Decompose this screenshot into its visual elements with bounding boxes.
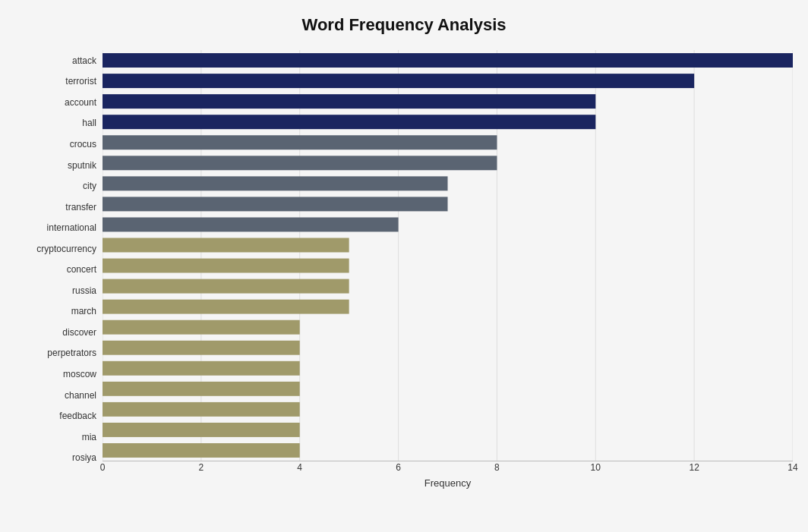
y-axis-label-march: march <box>71 307 96 316</box>
bar-hall <box>103 115 595 129</box>
bar-crocus <box>103 135 497 150</box>
y-axis-label-transfer: transfer <box>65 203 96 212</box>
bar-mia <box>103 423 300 437</box>
y-axis-label-perpetrators: perpetrators <box>47 348 96 357</box>
x-tick-14: 14 <box>787 462 797 473</box>
y-axis-label-feedback: feedback <box>59 411 96 420</box>
x-tick-6: 6 <box>396 462 401 473</box>
y-axis-label-city: city <box>83 181 96 190</box>
bar-terrorist <box>103 74 694 88</box>
chart-svg <box>103 50 793 461</box>
y-axis-label-russia: russia <box>72 286 96 295</box>
chart-container: Word Frequency Analysis attackterrorista… <box>0 0 808 532</box>
y-axis-label-concert: concert <box>67 265 96 274</box>
x-tick-0: 0 <box>100 462 106 473</box>
bar-concert <box>103 259 349 273</box>
bar-rosiya <box>103 443 300 458</box>
bar-transfer <box>103 197 448 211</box>
y-axis-label-discover: discover <box>62 328 96 337</box>
bar-account <box>103 94 595 109</box>
bar-moscow <box>103 361 300 376</box>
y-axis-label-terrorist: terrorist <box>65 77 96 86</box>
y-axis-label-crocus: crocus <box>70 140 96 149</box>
bar-channel <box>103 382 300 396</box>
plot-area <box>103 50 793 461</box>
y-axis-labels: attackterroristaccounthallcrocussputnikc… <box>15 50 103 491</box>
chart-title: Word Frequency Analysis <box>15 8 793 50</box>
x-tick-8: 8 <box>494 462 500 473</box>
bar-feedback <box>103 402 300 417</box>
x-axis-label: Frequency <box>103 477 793 489</box>
x-tick-2: 2 <box>199 462 204 473</box>
bar-cryptocurrency <box>103 238 349 253</box>
y-axis-label-hall: hall <box>82 118 96 127</box>
bar-discover <box>103 320 300 335</box>
bar-perpetrators <box>103 341 300 355</box>
x-tick-10: 10 <box>591 462 601 473</box>
y-axis-label-attack: attack <box>72 56 96 65</box>
y-axis-label-international: international <box>47 223 96 232</box>
y-axis-label-cryptocurrency: cryptocurrency <box>36 244 96 253</box>
bar-march <box>103 300 349 314</box>
y-axis-label-sputnik: sputnik <box>68 161 96 170</box>
y-axis-label-account: account <box>65 98 96 107</box>
bar-sputnik <box>103 156 497 170</box>
bar-attack <box>103 53 793 68</box>
bar-international <box>103 217 399 231</box>
x-tick-4: 4 <box>297 462 302 473</box>
y-axis-label-channel: channel <box>65 391 96 400</box>
y-axis-label-moscow: moscow <box>63 370 96 379</box>
y-axis-label-mia: mia <box>82 433 96 442</box>
x-tick-12: 12 <box>689 462 699 473</box>
x-axis: 02468101214 Frequency <box>103 461 793 491</box>
bar-russia <box>103 279 349 294</box>
bar-city <box>103 176 448 190</box>
y-axis-label-rosiya: rosiya <box>72 453 96 462</box>
